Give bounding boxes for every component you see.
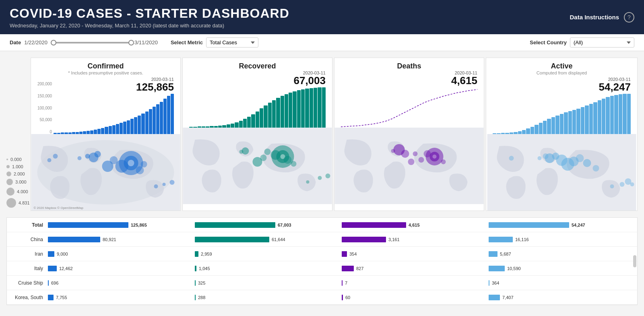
legend-label-0: 0.000 bbox=[10, 157, 22, 162]
svg-point-42 bbox=[419, 157, 424, 163]
svg-point-18 bbox=[170, 180, 175, 185]
svg-point-43 bbox=[424, 150, 431, 157]
svg-point-58 bbox=[620, 182, 625, 187]
svg-point-29 bbox=[264, 149, 271, 155]
deaths-title: Deaths bbox=[339, 62, 479, 70]
svg-point-38 bbox=[433, 155, 437, 159]
svg-point-30 bbox=[291, 161, 297, 167]
legend-label-5: 4.831 bbox=[19, 200, 30, 205]
recovered-map bbox=[183, 128, 332, 204]
svg-point-48 bbox=[583, 159, 591, 167]
svg-point-27 bbox=[253, 157, 262, 167]
data-instructions-link[interactable]: Data Instructions bbox=[570, 14, 619, 21]
recovered-value: 67,003 bbox=[189, 75, 326, 86]
row-label-china: China bbox=[10, 237, 46, 242]
deaths-cell-total: 4,615 bbox=[340, 222, 487, 228]
table-row-italy: Italy 12,462 1,045 827 10,590 bbox=[7, 261, 637, 276]
legend-label-3: 3.000 bbox=[15, 180, 27, 184]
controls-bar: Date 1/22/2020 3/11/2020 Select Metric T… bbox=[0, 34, 644, 51]
data-table: Total 125,865 67,003 4,615 54,247 China bbox=[6, 217, 638, 305]
confirmed-panel: Confirmed * Includes presumptive positiv… bbox=[31, 58, 181, 211]
active-map bbox=[486, 134, 637, 211]
row-label-italy: Italy bbox=[10, 266, 46, 271]
svg-text:© 2020 Mapbox © OpenStreetMap: © 2020 Mapbox © OpenStreetMap bbox=[34, 206, 84, 210]
svg-point-16 bbox=[154, 184, 158, 188]
main-content: 0.000 1.000 2.000 3.000 4.000 bbox=[0, 51, 644, 305]
active-bars bbox=[493, 94, 631, 134]
date-slider[interactable] bbox=[51, 39, 131, 47]
svg-point-25 bbox=[284, 156, 292, 164]
metric-select[interactable]: Total Cases New Cases Per Capita bbox=[206, 37, 258, 48]
svg-point-46 bbox=[391, 149, 395, 153]
active-title: Active bbox=[491, 62, 632, 70]
svg-point-14 bbox=[53, 154, 58, 159]
deaths-value: 4,615 bbox=[341, 75, 477, 86]
recovered-cell-iran: 2,959 bbox=[193, 251, 340, 257]
svg-point-31 bbox=[239, 150, 244, 154]
row-label-korea: Korea, South bbox=[10, 295, 46, 300]
confirmed-cell-china: 80,921 bbox=[46, 237, 193, 242]
confirmed-cell-italy: 12,462 bbox=[46, 266, 193, 271]
active-cell-total: 54,247 bbox=[487, 222, 634, 228]
svg-point-6 bbox=[89, 153, 99, 162]
date-start: 1/22/2020 bbox=[24, 39, 47, 45]
confirmed-cell-total: 125,865 bbox=[46, 222, 193, 228]
row-label-total: Total bbox=[10, 222, 46, 228]
date-control-group: Date 1/22/2020 3/11/2020 bbox=[10, 39, 158, 47]
svg-point-40 bbox=[401, 150, 409, 158]
country-select[interactable]: (All) China Iran Italy USA bbox=[570, 37, 634, 48]
svg-point-62 bbox=[538, 156, 542, 160]
header-right: Data Instructions ? bbox=[570, 12, 634, 23]
svg-point-7 bbox=[85, 154, 90, 159]
confirmed-bars bbox=[54, 94, 174, 134]
svg-point-32 bbox=[306, 180, 310, 184]
svg-rect-47 bbox=[487, 134, 636, 211]
legend: 0.000 1.000 2.000 3.000 4.000 bbox=[6, 154, 31, 211]
confirmed-subtitle: * Includes presumptive positive cases. bbox=[36, 70, 175, 75]
header-left: COVID-19 CASES - STARTER DASHBOARD Wedne… bbox=[10, 6, 289, 29]
table-row-total: Total 125,865 67,003 4,615 54,247 bbox=[7, 218, 637, 232]
svg-point-55 bbox=[593, 165, 599, 171]
help-icon[interactable]: ? bbox=[624, 12, 634, 23]
svg-point-57 bbox=[610, 184, 614, 188]
header: COVID-19 CASES - STARTER DASHBOARD Wedne… bbox=[0, 0, 644, 34]
svg-point-8 bbox=[78, 156, 82, 160]
svg-point-56 bbox=[509, 156, 514, 161]
legend-panel: 0.000 1.000 2.000 3.000 4.000 bbox=[6, 58, 31, 214]
active-panel: Active Computed from displayed 2020-03-1… bbox=[486, 58, 638, 211]
active-subtitle: Computed from displayed bbox=[491, 70, 632, 75]
country-label: Select Country bbox=[530, 39, 567, 45]
table-row-korea: Korea, South 7,755 288 60 7,407 bbox=[7, 290, 637, 305]
metric-control-group: Select Metric Total Cases New Cases Per … bbox=[171, 37, 258, 48]
row-label-iran: Iran bbox=[10, 251, 46, 257]
active-cell-korea: 7,407 bbox=[487, 295, 634, 300]
confirmed-title: Confirmed bbox=[36, 62, 175, 70]
legend-item-5: 4.831 bbox=[6, 198, 31, 208]
confirmed-map: © 2020 Mapbox © OpenStreetMap bbox=[31, 134, 180, 211]
active-value: 54,247 bbox=[493, 82, 631, 92]
deaths-cell-china: 3,161 bbox=[340, 237, 487, 242]
svg-point-12 bbox=[136, 166, 144, 174]
recovered-cell-total: 67,003 bbox=[193, 222, 340, 228]
svg-point-4 bbox=[128, 160, 134, 166]
legend-item-3: 3.000 bbox=[6, 179, 31, 185]
confirmed-cell-iran: 9,000 bbox=[46, 251, 193, 257]
svg-point-41 bbox=[408, 159, 415, 165]
deaths-panel: Deaths 2020-03-11 4,615 bbox=[334, 58, 484, 211]
deaths-cell-cruise: 7 bbox=[340, 280, 487, 286]
active-cell-iran: 5,687 bbox=[487, 251, 634, 257]
legend-item-4: 4.000 bbox=[6, 188, 31, 196]
svg-point-61 bbox=[543, 153, 549, 159]
scrollbar[interactable] bbox=[633, 255, 636, 267]
date-end: 3/11/2020 bbox=[134, 39, 158, 45]
recovered-panel: Recovered 2020-03-11 67,003 bbox=[182, 58, 332, 211]
svg-point-24 bbox=[271, 150, 281, 160]
dashboard-title: COVID-19 CASES - STARTER DASHBOARD bbox=[10, 6, 289, 21]
recovered-cell-china: 61,644 bbox=[193, 237, 340, 242]
recovered-cell-italy: 1,045 bbox=[193, 266, 340, 271]
metric-label: Select Metric bbox=[171, 39, 203, 45]
active-cell-china: 16,116 bbox=[487, 237, 634, 242]
legend-item-2: 2.000 bbox=[6, 171, 31, 176]
row-label-cruise: Cruise Ship bbox=[10, 280, 46, 286]
active-cell-italy: 10,590 bbox=[487, 266, 634, 271]
